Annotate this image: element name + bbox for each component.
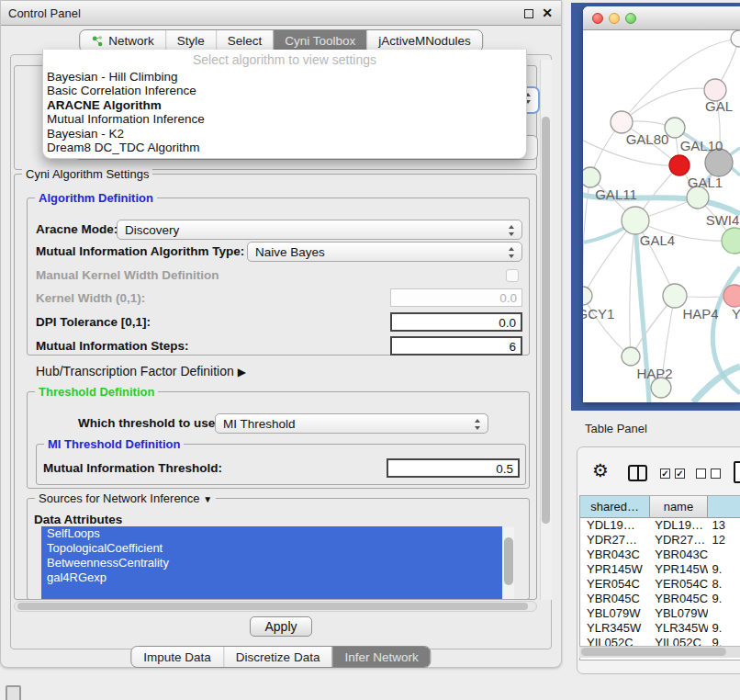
table-row[interactable]: YDR27…YDR27…12 [580,533,740,548]
table-cell[interactable]: YBL079W [650,606,707,621]
tab-infer-network[interactable]: Infer Network [331,647,430,667]
table-cell[interactable]: YLR345W [650,621,707,636]
table-cell[interactable]: YDR27… [650,533,707,548]
table-row[interactable]: YBR045CYBR045C9. [580,592,740,606]
mi-steps-field[interactable]: 6 [390,336,522,356]
table-cell[interactable]: YBR045C [650,592,707,606]
column-header-name[interactable]: name [650,496,707,518]
aracne-mode-combobox[interactable]: Discovery [117,220,522,240]
node-top-partial[interactable] [731,30,740,47]
float-panel-icon[interactable] [524,9,533,18]
table-cell[interactable]: YER054C [580,577,650,592]
hub-definition-toggle[interactable]: Hub/Transcription Factor Definition ▶ [36,364,246,378]
which-threshold-combobox[interactable]: MI Threshold [215,413,488,434]
algorithm-option[interactable]: Dream8 DC_TDC Algorithm [43,141,526,154]
table-cell[interactable]: YPR145W [580,562,650,577]
node-gal11[interactable] [583,167,600,187]
table-cell[interactable] [708,606,740,621]
data-attribute-item[interactable]: gal4RGexp [41,570,502,585]
table-cell[interactable]: YPR145W [650,562,707,577]
mi-algorithm-type-combobox[interactable]: Naive Bayes [247,242,522,262]
table-horizontal-scrollbar-thumb[interactable] [581,648,726,656]
table-cell[interactable]: YBR043C [650,548,707,562]
algorithm-option[interactable]: Bayesian - Hill Climbing [43,70,526,84]
node-hap2[interactable] [622,347,640,366]
table-cell[interactable]: 9. [708,562,740,577]
sources-title[interactable]: Sources for Network Inference ▼ [35,491,216,505]
tab-network[interactable]: Network [80,30,165,51]
dpi-tolerance-field[interactable]: 0.0 [390,312,522,332]
checked-checkbox-icon[interactable]: ✓ [675,469,685,479]
columns-icon[interactable] [628,465,647,481]
settings-horizontal-scrollbar-thumb[interactable] [17,603,528,610]
manual-kernel-width-checkbox[interactable] [506,269,519,282]
table-row[interactable]: YLR345WYLR345W9. [580,621,740,636]
tab-style[interactable]: Style [165,30,216,51]
network-edge[interactable] [583,296,631,356]
table-cell[interactable]: YER054C [650,577,707,592]
node-label: GCY1 [583,306,614,322]
data-attribute-item[interactable]: TopologicalCoefficient [41,541,502,556]
kernel-width-field[interactable]: 0.0 [390,288,522,307]
tab-jactivemnodules[interactable]: jActiveMNodules [366,30,482,51]
checked-checkbox-icon[interactable]: ✓ [660,469,670,479]
table-cell[interactable]: YDR27… [580,533,650,548]
table-cell[interactable]: 13 [708,518,740,533]
algorithm-option[interactable]: Bayesian - K2 [43,127,526,141]
table-cell[interactable]: YBR045C [580,592,650,606]
window-zoom-icon[interactable] [625,13,636,24]
window-minimize-icon[interactable] [609,13,620,24]
node-label: Y [732,306,740,322]
close-icon[interactable]: ✕ [542,6,553,20]
unchecked-checkbox-icon[interactable] [711,469,721,479]
gear-icon[interactable]: ⚙ [592,459,609,481]
table-cell[interactable]: 9. [708,592,740,606]
column-header-partial[interactable] [708,496,740,518]
tab-impute-data[interactable]: Impute Data [131,647,223,667]
algorithm-option[interactable]: Mutual Information Inference [43,112,526,126]
table-row[interactable]: YER054CYER054C8. [580,577,740,592]
algorithm-option[interactable]: Basic Correlation Inference [43,84,526,97]
algorithm-list: Bayesian - Hill ClimbingBasic Correlatio… [43,70,526,154]
table-cell[interactable]: 12 [708,533,740,548]
table-cell[interactable]: YDL19… [650,518,707,533]
tab-discretize-data[interactable]: Discretize Data [223,647,332,667]
node-gcy1[interactable] [583,287,592,305]
settings-vertical-scrollbar-thumb[interactable] [542,117,550,524]
minimized-panel-icon[interactable] [6,685,21,700]
node-gal80[interactable] [611,111,633,133]
document-icon[interactable] [734,461,740,483]
table-row[interactable]: YBL079WYBL079W [580,606,740,621]
table-cell[interactable]: 9. [708,621,740,636]
apply-button[interactable]: Apply [250,616,312,637]
node-table: shared… name YDL19…YDL19…13YDR27…YDR27…1… [579,495,740,660]
table-cell[interactable]: 8. [708,577,740,592]
table-cell[interactable]: YDL19… [580,518,650,533]
tab-cyni-toolbox[interactable]: Cyni Toolbox [273,30,366,51]
table-cell[interactable]: YBR043C [580,548,650,562]
data-attributes-list[interactable]: SelfLoopsTopologicalCoefficientBetweenne… [41,526,502,599]
attributes-scrollbar-thumb[interactable] [504,537,513,585]
table-cell[interactable]: YBL079W [580,606,650,621]
table-cell[interactable] [708,548,740,562]
data-attribute-item[interactable]: SelfLoops [41,526,502,541]
node-salmon[interactable] [723,285,740,307]
data-attribute-item[interactable]: BetweennessCentrality [41,556,502,570]
table-row[interactable]: YDL19…YDL19…13 [580,518,740,533]
mi-threshold-field[interactable]: 0.5 [387,458,520,478]
node-red[interactable] [669,155,690,175]
tab-select[interactable]: Select [216,30,274,51]
node-green-right[interactable] [722,228,740,254]
node-hap4[interactable] [663,284,687,308]
node-label: GAL4 [640,232,675,248]
network-canvas[interactable]: GALGAL80GAL10GAL1GAL11SWI4GAL4GCY1HAP4YH… [583,30,740,402]
unchecked-checkbox-icon[interactable] [696,469,706,479]
table-row[interactable]: YBR043CYBR043C [580,548,740,562]
algorithm-option[interactable]: ARACNE Algorithm [43,98,526,112]
table-row[interactable]: YPR145WYPR145W9. [580,562,740,577]
network-window-titlebar[interactable] [583,6,740,30]
column-header-shared-name[interactable]: shared… [580,496,650,518]
window-close-icon[interactable] [592,13,603,24]
table-cell[interactable]: YLR345W [580,621,650,636]
node-gal4[interactable] [622,207,649,234]
